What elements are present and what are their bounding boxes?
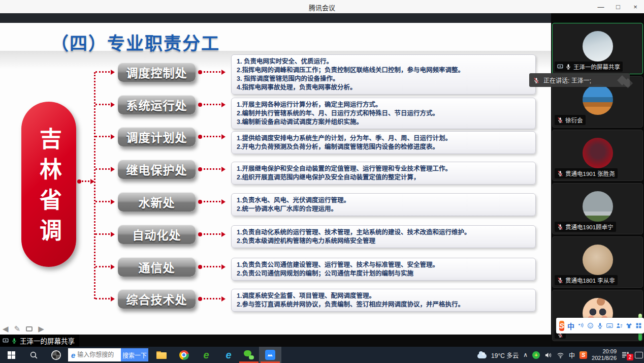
- app-window: 腾讯会议 — □ × （四）专业职责分工 吉林省调 调度控制处 1. 负责电网实…: [0, 0, 644, 363]
- mic-muted-icon: [557, 117, 563, 123]
- wechat-icon: [244, 350, 254, 359]
- participant-name: 贯通电1801 李从非: [565, 276, 615, 284]
- ime-mode-indicator[interactable]: 中: [569, 351, 575, 359]
- participant-name: 徐衍会: [565, 116, 583, 124]
- minimize-button[interactable]: —: [592, 0, 609, 13]
- network-icon[interactable]: [557, 351, 564, 359]
- user-dict-icon[interactable]: [616, 322, 623, 329]
- pinwheel-app-icon: [51, 350, 61, 360]
- duty-line: 3. 指挥调度管辖范围内的设备操作。: [237, 75, 530, 83]
- meeting-logo-watermark: [617, 75, 627, 85]
- file-explorer-button[interactable]: [150, 347, 173, 363]
- dotted-arrow: [200, 266, 223, 267]
- ime-mode-toggle[interactable]: 中: [567, 321, 574, 331]
- duty-line: 2.统一协调水电厂水库的合理运用。: [237, 205, 530, 214]
- search-input[interactable]: [77, 351, 121, 358]
- duty-line: 1.开展主网各种运行计算分析，确定主网运行方式。: [237, 101, 530, 109]
- slide-title: （四）专业职责分工: [51, 29, 220, 55]
- taskbar-search-box[interactable]: e 搜索一下: [68, 348, 148, 361]
- tray-date: 2021/8/26: [592, 355, 617, 361]
- dept-button: 调度控制处: [118, 63, 196, 82]
- avatar: [583, 245, 613, 275]
- notification-button[interactable]: 2: [621, 351, 630, 359]
- taskbar: e 搜索一下 e e 19°C 多云 ∧: [0, 347, 644, 363]
- action-center-icon[interactable]: [635, 352, 643, 358]
- emoji-icon[interactable]: [587, 322, 594, 329]
- pinwheel-app-button[interactable]: [45, 347, 67, 363]
- ime-toolbar[interactable]: S 中: [556, 318, 644, 334]
- mic-muted-icon: [557, 224, 563, 230]
- sogou-tray-icon[interactable]: S: [579, 351, 587, 359]
- connector-vertical-line: [94, 72, 95, 299]
- wechat-button[interactable]: [238, 347, 260, 363]
- duty-box: 1.调度系统安全监督、项目管理、配网调度管理。 2.参与签订直调系统并网协议，负…: [231, 289, 536, 312]
- nav-pen-icon: ✎: [14, 324, 21, 334]
- dotted-arrow: [95, 104, 113, 105]
- taskbar-search-button[interactable]: [22, 347, 45, 363]
- dotted-arrow: [95, 233, 113, 235]
- dept-button-label: 自动化处: [133, 226, 181, 243]
- clock[interactable]: 20:09 2021/8/26: [592, 348, 617, 361]
- voice-input-icon[interactable]: [577, 322, 584, 329]
- chrome-button[interactable]: [173, 347, 195, 363]
- window-title: 腾讯会议: [0, 3, 644, 12]
- skin-icon[interactable]: [626, 322, 632, 329]
- participant-tile[interactable]: 王泽一的屏幕共享: [552, 23, 643, 74]
- duty-line: 2.负责本级调控机构管辖的电力系统网络安全管理: [237, 237, 530, 246]
- weather-text[interactable]: 19°C 多云: [491, 351, 519, 359]
- duty-line: 2.开电力负荷预测及负荷分析，编制调度管辖范围内设备的检修进度表。: [237, 143, 530, 152]
- mic-input-icon[interactable]: [597, 322, 603, 329]
- dept-button: 通信处: [118, 257, 196, 277]
- duty-line: 2.参与签订直调系统并网协议，负责编制、签订相应并网调度协议，并严格执行。: [237, 300, 530, 309]
- participant-label: 贯通电1901顾卓宁: [555, 222, 616, 232]
- shared-screen-slide: （四）专业职责分工 吉林省调 调度控制处 1. 负责电网实时安全、优质运行。 2…: [0, 23, 551, 335]
- speaker-icon[interactable]: [544, 351, 552, 359]
- nav-forward-icon: ▶: [38, 324, 44, 334]
- mic-muted-icon: [557, 170, 563, 176]
- dept-button-label: 综合技术处: [126, 290, 187, 308]
- participant-name: 王泽一的屏幕共享: [573, 63, 620, 71]
- meeting-toolbar-strip: [0, 13, 644, 23]
- green-e-browser-icon: e: [203, 350, 209, 360]
- dept-button: 自动化处: [118, 225, 196, 244]
- screen-share-icon: [3, 338, 9, 344]
- nav-back-icon: ◀: [3, 324, 9, 334]
- mic-on-icon: [565, 64, 571, 70]
- participant-label: 贯通电1801 李从非: [555, 275, 618, 285]
- nav-notes-icon: [26, 326, 33, 331]
- internet-explorer-button[interactable]: e: [217, 347, 240, 363]
- tray-expand-caret[interactable]: ∧: [523, 351, 528, 358]
- dotted-arrow: [200, 104, 223, 105]
- dotted-arrow: [95, 266, 113, 267]
- dept-button: 继电保护处: [118, 160, 196, 179]
- participant-tile[interactable]: 贯通电1901顾卓宁: [552, 183, 643, 234]
- duty-line: 1.开展继电保护和安全自动装置的定值管理、运行管理和专业技术管理工作。: [237, 165, 530, 173]
- dept-button-label: 水新处: [139, 193, 175, 210]
- maximize-button[interactable]: □: [609, 0, 627, 13]
- dept-button-label: 调度计划处: [126, 128, 187, 145]
- sogou-logo-icon[interactable]: S: [559, 321, 564, 331]
- antivirus-tray-icon[interactable]: +: [532, 351, 540, 359]
- participant-label: 贯通电1901 张胜尧: [555, 168, 618, 178]
- participant-tile[interactable]: 贯通电1801 李从非: [552, 236, 643, 288]
- dotted-arrow: [200, 298, 223, 299]
- browser-360-button[interactable]: e: [195, 347, 217, 363]
- dept-button-label: 继电保护处: [126, 161, 187, 178]
- toolbox-icon[interactable]: [635, 322, 642, 329]
- start-button[interactable]: [0, 347, 22, 363]
- participant-tile[interactable]: 贯通电1901 张胜尧: [552, 130, 643, 181]
- search-go-button[interactable]: 搜索一下: [121, 348, 148, 361]
- speaking-toast: 正在讲话: 王泽一;: [529, 73, 630, 87]
- close-button[interactable]: ×: [627, 0, 644, 13]
- weather-cloud-icon[interactable]: [477, 354, 487, 358]
- duty-line: 2.编制并执行管辖系统的年、月、日运行方式和特殊日、节日运行方式。: [237, 109, 530, 118]
- dept-button: 综合技术处: [118, 289, 196, 309]
- tencent-meeting-button[interactable]: [259, 347, 281, 363]
- avatar: [583, 191, 613, 222]
- dept-button: 调度计划处: [118, 127, 196, 146]
- dotted-arrow: [95, 136, 113, 137]
- avatar: [583, 31, 613, 62]
- folder-icon: [156, 351, 167, 359]
- tencent-meeting-icon: [265, 350, 275, 360]
- soft-keyboard-icon[interactable]: [606, 322, 613, 329]
